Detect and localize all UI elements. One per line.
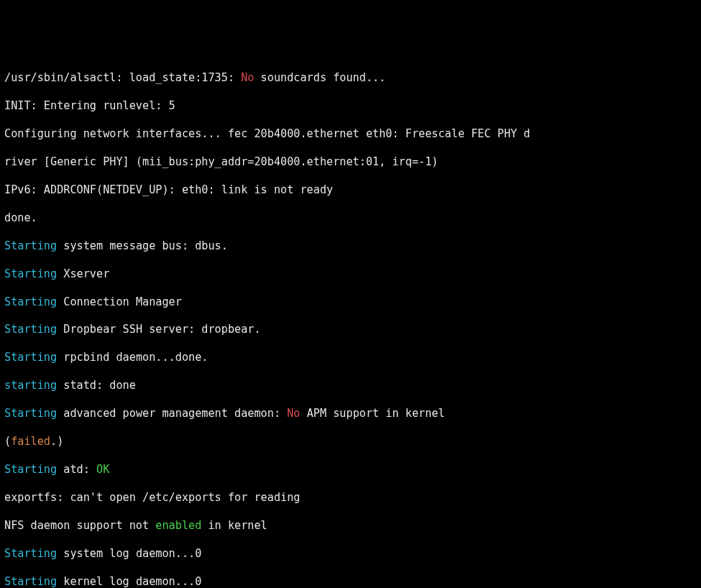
boot-line: done. [4, 211, 697, 225]
boot-line: Starting system message bus: dbus. [4, 239, 697, 253]
boot-line: NFS daemon support not enabled in kernel [4, 519, 697, 533]
boot-line: Starting Connection Manager [4, 295, 697, 309]
boot-line: Starting Xserver [4, 267, 697, 281]
boot-line: Starting system log daemon...0 [4, 547, 697, 561]
boot-line: INIT: Entering runlevel: 5 [4, 99, 697, 113]
boot-line: (failed.) [4, 435, 697, 449]
boot-line: starting statd: done [4, 379, 697, 392]
boot-line: exportfs: can't open /etc/exports for re… [4, 491, 697, 505]
boot-line: Starting advanced power management daemo… [4, 407, 697, 421]
boot-line: /usr/sbin/alsactl: load_state:1735: No s… [4, 71, 697, 85]
boot-line: Starting Dropbear SSH server: dropbear. [4, 323, 697, 336]
boot-line: Starting kernel log daemon...0 [4, 575, 697, 588]
boot-line: river [Generic PHY] (mii_bus:phy_addr=20… [4, 155, 697, 169]
boot-line: Starting rpcbind daemon...done. [4, 351, 697, 364]
boot-line: Configuring network interfaces... fec 20… [4, 127, 697, 141]
terminal-output[interactable]: /usr/sbin/alsactl: load_state:1735: No s… [4, 58, 697, 588]
boot-line: IPv6: ADDRCONF(NETDEV_UP): eth0: link is… [4, 183, 697, 197]
boot-line: Starting atd: OK [4, 463, 697, 477]
